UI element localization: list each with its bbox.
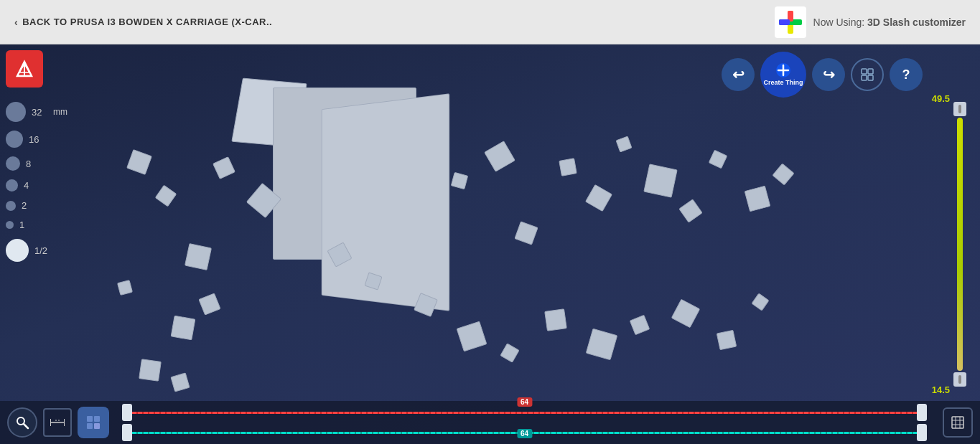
floating-cube [185,243,212,270]
help-button[interactable]: ? [890,58,923,91]
floating-cube [139,359,162,382]
layers-icon [85,415,101,430]
v-slider-top-handle[interactable] [953,102,966,116]
top-right-buttons: ↩ Create Thing ↪ ? [722,52,923,98]
scale-dot-1[interactable] [6,221,14,229]
scene-background [0,44,980,444]
redo-icon: ↪ [823,66,835,83]
back-link-text: BACK TO PRUSA I3 BOWDEN X CARRIAGE (X-CA… [22,16,272,27]
layers-button[interactable] [78,407,109,438]
scale-row-2: 2 [6,200,36,211]
scale-label-half: 1/2 [34,245,49,256]
sliders-area: 64 64 [115,406,934,439]
logo-icon [14,58,35,80]
v-slider-track [957,118,963,371]
left-sidebar: 32 mm 16 8 4 2 1 [0,44,86,444]
scale-controls: 32 mm 16 8 4 2 1 [6,102,67,262]
red-slider-value: 64 [517,397,532,407]
red-slider-row: 64 [122,406,927,419]
svg-rect-24 [94,423,100,429]
create-thing-button[interactable]: Create Thing [760,52,806,98]
scale-dot-16[interactable] [6,131,23,148]
search-icon [15,415,29,430]
logo-button[interactable] [6,50,43,88]
create-thing-label: Create Thing [763,80,803,87]
share-icon [859,67,875,82]
scale-row-32: 32 mm [6,102,67,122]
redo-button[interactable]: ↪ [812,58,845,91]
help-icon: ? [902,67,910,82]
scale-row-half: 1/2 [6,239,49,262]
scale-row-1: 1 [6,219,34,230]
scale-dot-8[interactable] [6,156,20,171]
floating-cube [559,158,577,176]
scene-block-2 [322,93,449,311]
expand-icon [951,415,965,430]
scale-row-4: 4 [6,179,38,192]
svg-rect-4 [779,19,790,25]
top-bar: ‹ BACK TO PRUSA I3 BOWDEN X CARRIAGE (X-… [0,0,980,44]
scale-dot-32[interactable] [6,102,26,122]
svg-rect-25 [952,417,963,428]
expand-button[interactable] [943,407,973,438]
svg-rect-23 [87,423,93,429]
cyan-slider-row: 64 [122,426,927,439]
cyan-slider-left-handle[interactable] [122,424,132,441]
create-thing-icon [775,62,791,78]
search-button[interactable] [7,407,37,438]
floating-cube [643,164,677,197]
vertical-slider[interactable]: 49.5 14.5 [953,102,967,387]
scale-label-1: 1 [19,219,34,230]
scale-label-16: 16 [29,134,43,145]
floating-cube [717,330,737,350]
customizer-name: 3D Slash customizer [867,16,966,28]
floating-cube [544,308,567,331]
scale-label-32: 32 [32,107,46,118]
floating-cube [171,316,196,341]
back-link[interactable]: ‹ BACK TO PRUSA I3 BOWDEN X CARRIAGE (X-… [14,16,272,28]
scale-label-4: 4 [24,180,38,191]
scale-dot-2[interactable] [6,201,16,211]
red-slider-right-handle[interactable] [917,404,927,421]
red-slider-left-handle[interactable] [122,404,132,421]
svg-rect-12 [868,69,873,74]
scale-dot-half[interactable] [6,239,29,262]
svg-line-16 [24,424,28,428]
thingiverse-logo [775,6,806,38]
fit-icon [50,417,65,428]
svg-rect-21 [87,416,93,422]
svg-rect-22 [94,416,100,422]
svg-rect-14 [868,75,873,80]
now-using-label: Now Using: 3D Slash customizer [813,16,966,28]
back-chevron-icon: ‹ [14,16,18,28]
red-slider-track: 64 [132,412,917,414]
scale-row-8: 8 [6,156,40,171]
v-slider-top-value: 49.5 [932,93,950,104]
now-using-area: Now Using: 3D Slash customizer [775,6,966,38]
fit-button[interactable] [43,408,72,437]
undo-icon: ↩ [732,66,745,83]
undo-button[interactable]: ↩ [722,58,755,91]
cyan-slider-value: 64 [517,429,532,438]
cyan-slider-right-handle[interactable] [917,424,927,441]
scale-label-2: 2 [22,200,36,211]
unit-label: mm [53,107,67,117]
v-slider-bottom-handle[interactable] [953,372,966,387]
scale-label-8: 8 [26,159,40,169]
scale-row-16: 16 [6,131,43,148]
bottom-toolbar: 64 64 [0,401,980,444]
viewport[interactable]: 32 mm 16 8 4 2 1 [0,44,980,444]
share-button[interactable] [851,58,884,91]
cyan-slider-track: 64 [132,432,917,434]
scale-dot-4[interactable] [6,179,18,192]
v-slider-bottom-value: 14.5 [932,384,950,395]
svg-rect-13 [862,75,867,80]
svg-rect-11 [862,69,867,74]
